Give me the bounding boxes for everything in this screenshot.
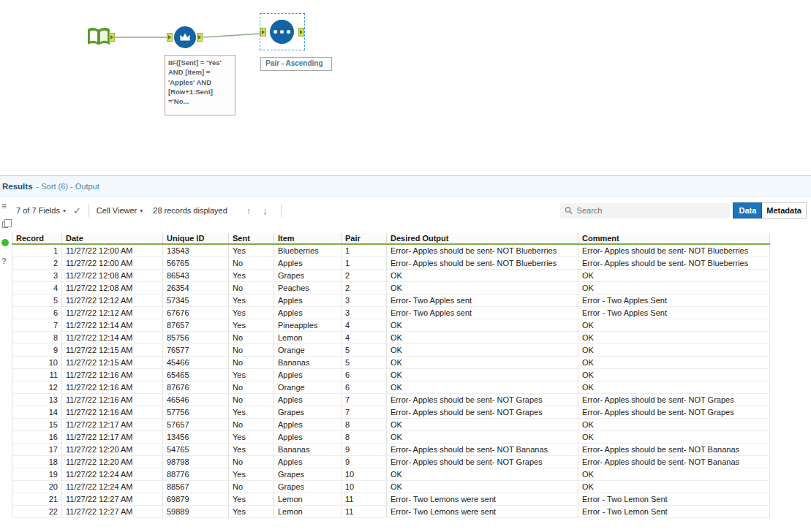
- metadata-tab-button[interactable]: Metadata: [762, 202, 807, 218]
- table-cell-pair[interactable]: 2: [342, 269, 387, 281]
- table-cell-record[interactable]: 16: [12, 430, 62, 443]
- table-cell-comment[interactable]: Error- Apples should be sent- NOT Grapes: [578, 406, 770, 418]
- table-cell-comment[interactable]: OK: [578, 319, 770, 331]
- table-cell-comment[interactable]: OK: [578, 343, 770, 356]
- table-cell-item[interactable]: Grapes: [274, 269, 342, 281]
- results-menu-icon[interactable]: ≡: [1, 201, 7, 211]
- formula-input-anchor[interactable]: [167, 33, 173, 42]
- table-cell-sent[interactable]: No: [229, 393, 274, 406]
- table-cell-item[interactable]: Lemon: [274, 493, 342, 505]
- table-cell-desired-output[interactable]: OK: [387, 368, 578, 381]
- table-cell-item[interactable]: Blueberries: [274, 244, 342, 256]
- table-cell-desired-output[interactable]: OK: [387, 331, 578, 343]
- column-header-sent[interactable]: Sent: [229, 233, 274, 244]
- column-header-unique-id[interactable]: Unique ID: [163, 233, 229, 244]
- column-header-item[interactable]: Item: [274, 233, 342, 244]
- table-cell-unique-id[interactable]: 69879: [163, 493, 229, 505]
- table-cell-sent[interactable]: Yes: [229, 430, 274, 443]
- table-cell-comment[interactable]: Error- Apples should be sent- NOT Grapes: [578, 393, 770, 406]
- table-cell-desired-output[interactable]: Error- Two Apples sent: [387, 294, 578, 306]
- table-cell-item[interactable]: Grapes: [274, 480, 342, 493]
- table-cell-pair[interactable]: 10: [342, 468, 387, 480]
- table-cell-comment[interactable]: OK: [578, 480, 770, 493]
- table-cell-pair[interactable]: 3: [342, 306, 387, 319]
- table-cell-date[interactable]: 11/27/22 12:15 AM: [62, 356, 163, 368]
- table-cell-item[interactable]: Apples: [274, 418, 342, 430]
- table-cell-unique-id[interactable]: 88567: [163, 480, 229, 493]
- table-cell-record[interactable]: 1: [12, 244, 62, 256]
- search-box[interactable]: [560, 203, 730, 218]
- column-header-pair[interactable]: Pair: [342, 233, 387, 244]
- table-cell-item[interactable]: Apples: [274, 306, 342, 319]
- table-cell-unique-id[interactable]: 65465: [163, 368, 229, 381]
- table-cell-date[interactable]: 11/27/22 12:00 AM: [62, 256, 163, 269]
- table-cell-comment[interactable]: OK: [578, 269, 770, 281]
- data-tab-button[interactable]: Data: [733, 202, 762, 218]
- table-cell-pair[interactable]: 9: [342, 443, 387, 455]
- table-cell-record[interactable]: 5: [12, 294, 62, 306]
- table-cell-comment[interactable]: OK: [578, 418, 770, 430]
- table-cell-comment[interactable]: OK: [578, 430, 770, 443]
- table-cell-sent[interactable]: No: [229, 281, 274, 294]
- column-header-comment[interactable]: Comment: [578, 233, 770, 244]
- column-header-record[interactable]: Record: [12, 233, 62, 244]
- table-cell-unique-id[interactable]: 86543: [163, 269, 229, 281]
- table-cell-pair[interactable]: 9: [342, 455, 387, 468]
- sort-output-anchor[interactable]: [298, 28, 304, 37]
- table-cell-comment[interactable]: Error - Two Apples Sent: [578, 294, 770, 306]
- table-cell-pair[interactable]: 6: [342, 381, 387, 393]
- table-cell-unique-id[interactable]: 57345: [163, 294, 229, 306]
- help-icon[interactable]: ?: [1, 256, 7, 265]
- table-cell-sent[interactable]: No: [229, 381, 274, 393]
- table-cell-date[interactable]: 11/27/22 12:17 AM: [62, 430, 163, 443]
- table-cell-desired-output[interactable]: Error- Apples should be sent- NOT Bluebe…: [387, 256, 578, 269]
- table-cell-pair[interactable]: 11: [342, 493, 387, 505]
- table-cell-sent[interactable]: Yes: [229, 244, 274, 256]
- table-cell-date[interactable]: 11/27/22 12:12 AM: [62, 294, 163, 306]
- table-cell-unique-id[interactable]: 13456: [163, 430, 229, 443]
- table-cell-date[interactable]: 11/27/22 12:27 AM: [62, 505, 163, 517]
- sort-annotation[interactable]: Pair - Ascending: [260, 57, 332, 71]
- table-cell-item[interactable]: Orange: [274, 381, 342, 393]
- table-cell-desired-output[interactable]: Error- Two Apples sent: [387, 306, 578, 319]
- table-cell-desired-output[interactable]: OK: [387, 480, 578, 493]
- table-cell-record[interactable]: 10: [12, 356, 62, 368]
- table-cell-record[interactable]: 2: [12, 256, 62, 269]
- table-cell-pair[interactable]: 3: [342, 294, 387, 306]
- table-cell-date[interactable]: 11/27/22 12:08 AM: [62, 269, 163, 281]
- table-cell-desired-output[interactable]: Error- Apples should be sent- NOT Banana…: [387, 443, 578, 455]
- table-cell-date[interactable]: 11/27/22 12:00 AM: [62, 244, 163, 256]
- table-cell-record[interactable]: 8: [12, 331, 62, 343]
- table-cell-record[interactable]: 20: [12, 480, 62, 493]
- table-cell-pair[interactable]: 7: [342, 406, 387, 418]
- table-cell-desired-output[interactable]: Error- Two Lemons were sent: [387, 505, 578, 517]
- table-cell-date[interactable]: 11/27/22 12:12 AM: [62, 306, 163, 319]
- table-cell-record[interactable]: 6: [12, 306, 62, 319]
- table-cell-pair[interactable]: 11: [342, 505, 387, 517]
- table-cell-sent[interactable]: Yes: [229, 406, 274, 418]
- table-cell-desired-output[interactable]: OK: [387, 356, 578, 368]
- table-cell-record[interactable]: 13: [12, 393, 62, 406]
- column-header-desired-output[interactable]: Desired Output: [387, 233, 578, 244]
- table-cell-unique-id[interactable]: 57657: [163, 418, 229, 430]
- table-cell-desired-output[interactable]: Error- Apples should be sent- NOT Grapes: [387, 406, 578, 418]
- multirow-formula-tool[interactable]: [174, 26, 196, 48]
- table-cell-date[interactable]: 11/27/22 12:20 AM: [62, 443, 163, 455]
- input-data-tool[interactable]: [86, 25, 111, 53]
- table-cell-record[interactable]: 22: [12, 505, 62, 517]
- table-cell-comment[interactable]: Error - Two Lemon Sent: [578, 505, 770, 517]
- sort-tool[interactable]: [270, 20, 294, 44]
- table-cell-comment[interactable]: OK: [578, 356, 770, 368]
- table-cell-unique-id[interactable]: 45466: [163, 356, 229, 368]
- table-cell-record[interactable]: 18: [12, 455, 62, 468]
- table-cell-date[interactable]: 11/27/22 12:16 AM: [62, 406, 163, 418]
- table-cell-pair[interactable]: 5: [342, 356, 387, 368]
- search-input[interactable]: [577, 206, 726, 215]
- table-cell-date[interactable]: 11/27/22 12:20 AM: [62, 455, 163, 468]
- table-cell-item[interactable]: Apples: [274, 294, 342, 306]
- table-cell-sent[interactable]: Yes: [229, 306, 274, 319]
- table-cell-unique-id[interactable]: 88776: [163, 468, 229, 480]
- formula-output-anchor[interactable]: [197, 33, 203, 42]
- table-cell-sent[interactable]: No: [229, 455, 274, 468]
- table-cell-record[interactable]: 9: [12, 343, 62, 356]
